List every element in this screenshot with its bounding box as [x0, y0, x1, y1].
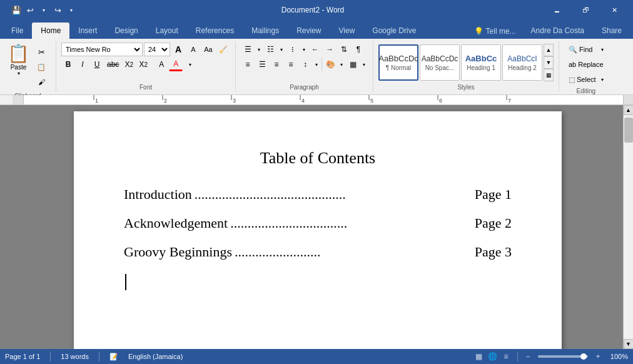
styles-scroll-down[interactable]: ▼ [544, 56, 554, 69]
numbering-dropdown[interactable]: ▾ [278, 43, 285, 56]
superscript-button[interactable]: X2 [136, 58, 150, 71]
minimize-button[interactable]: 🗕 [543, 0, 570, 20]
replace-button[interactable]: ab Replace [564, 58, 608, 71]
ribbon-tab-bar: File Home Insert Design Layout Reference… [0, 20, 633, 39]
align-left-button[interactable]: ≡ [241, 58, 255, 71]
show-paragraph-button[interactable]: ¶ [352, 43, 365, 56]
language[interactable]: English (Jamaica) [128, 353, 183, 360]
user-account[interactable]: Andre Da Costa [522, 23, 593, 39]
shading-button[interactable]: 🎨 [323, 58, 337, 71]
styles-label: Styles [378, 83, 554, 91]
undo-dropdown-button[interactable]: ▾ [38, 4, 50, 16]
toc-title-introduction: Introduction [124, 186, 192, 203]
replace-icon: ab [569, 61, 576, 68]
proofing-icon[interactable]: 📝 [109, 353, 118, 361]
tab-mailings[interactable]: Mailings [243, 23, 288, 39]
document-scroll-area[interactable]: Table of Contents Introduction .........… [13, 105, 623, 349]
bullets-dropdown[interactable]: ▾ [255, 43, 263, 56]
line-spacing-button[interactable]: ↕ [298, 58, 312, 71]
line-spacing-dropdown[interactable]: ▾ [313, 58, 320, 71]
underline-button[interactable]: U [90, 58, 104, 71]
cursor-area[interactable] [124, 273, 512, 290]
redo-button[interactable]: ↪ [51, 4, 64, 16]
style-normal[interactable]: AaBbCcDc ¶ Normal [378, 44, 418, 81]
tab-google-drive[interactable]: Google Drive [363, 23, 425, 39]
font-color-dropdown[interactable]: ▾ [183, 58, 197, 71]
justify-button[interactable]: ≡ [284, 58, 298, 71]
tab-file[interactable]: File [3, 23, 32, 39]
paragraph-group: ☰ ▾ ☷ ▾ ⫶ ▾ ← → ⇅ ¶ ≡ ☰ ≡ ≡ ↕ ▾ 🎨 ▾ [236, 41, 373, 92]
paragraph-label: Paragraph [241, 83, 368, 91]
decrease-indent-button[interactable]: ← [308, 43, 322, 56]
align-right-button[interactable]: ≡ [270, 58, 283, 71]
zoom-level[interactable]: 100% [608, 353, 628, 360]
undo-button[interactable]: ↩ [24, 4, 36, 16]
customize-qat-button[interactable]: ▾ [65, 4, 78, 16]
print-layout-btn[interactable]: ▦ [472, 351, 485, 362]
strikethrough-button[interactable]: abc [104, 58, 121, 71]
tab-insert[interactable]: Insert [69, 23, 106, 39]
tab-design[interactable]: Design [106, 23, 146, 39]
svg-text:4: 4 [301, 98, 305, 104]
borders-dropdown[interactable]: ▾ [360, 58, 368, 71]
multilevel-dropdown[interactable]: ▾ [300, 43, 308, 56]
find-button[interactable]: 🔍 Find ▾ [564, 43, 608, 56]
zoom-slider[interactable] [538, 355, 588, 358]
share-button[interactable]: Share [593, 23, 630, 39]
restore-button[interactable]: 🗗 [572, 0, 599, 20]
sort-button[interactable]: ⇅ [337, 43, 351, 56]
align-center-button[interactable]: ☰ [255, 58, 269, 71]
copy-button[interactable]: 📋 [34, 60, 48, 74]
grow-font-button[interactable]: A [171, 43, 185, 56]
shrink-font-button[interactable]: A [186, 43, 200, 56]
scroll-down-button[interactable]: ▼ [624, 339, 634, 349]
zoom-in-button[interactable]: + [593, 351, 603, 362]
status-right: ▦ 🌐 ≡ − + 100% [472, 351, 628, 362]
bold-button[interactable]: B [61, 58, 75, 71]
web-layout-btn[interactable]: 🌐 [486, 351, 499, 362]
tab-home[interactable]: Home [32, 23, 69, 39]
styles-group: AaBbCcDc ¶ Normal AaBbCcDc No Spac... Aa… [373, 41, 559, 92]
style-heading1[interactable]: AaBbCc Heading 1 [461, 44, 501, 81]
font-color-button[interactable]: A [169, 58, 183, 71]
multilevel-button[interactable]: ⫶ [286, 43, 300, 56]
style-no-spacing[interactable]: AaBbCcDc No Spac... [420, 44, 460, 81]
styles-expand[interactable]: ▦ [544, 69, 554, 81]
font-family-select[interactable]: Times New Ro [61, 43, 143, 56]
separator3 [517, 351, 518, 361]
cut-button[interactable]: ✂ [34, 45, 48, 59]
change-case-button[interactable]: Aa [201, 43, 215, 56]
bullets-button[interactable]: ☰ [241, 43, 255, 56]
tab-view[interactable]: View [330, 23, 364, 39]
clear-format-button[interactable]: 🧹 [216, 43, 230, 56]
scroll-up-button[interactable]: ▲ [624, 105, 634, 115]
ribbon: 📋 Paste ▾ ✂ 📋 🖌 Clipboard Times New Ro [0, 39, 633, 95]
tab-layout[interactable]: Layout [147, 23, 187, 39]
word-count: 13 words [61, 353, 89, 360]
font-size-select[interactable]: 24 [144, 43, 170, 56]
borders-button[interactable]: ▦ [346, 58, 360, 71]
format-painter-button[interactable]: 🖌 [34, 75, 48, 89]
tab-references[interactable]: References [187, 23, 243, 39]
zoom-out-button[interactable]: − [523, 351, 533, 362]
shading-dropdown[interactable]: ▾ [338, 58, 345, 71]
subscript-button[interactable]: X2 [122, 58, 136, 71]
text-highlight-button[interactable]: A [154, 58, 168, 71]
select-button[interactable]: ⬚ Select ▾ [564, 73, 608, 86]
tell-me-input[interactable]: 💡 Tell me... [468, 24, 522, 39]
tab-review[interactable]: Review [288, 23, 330, 39]
zoom-thumb[interactable] [580, 353, 587, 360]
outline-btn[interactable]: ≡ [500, 351, 512, 362]
paste-button[interactable]: 📋 Paste ▾ [5, 43, 32, 91]
numbering-button[interactable]: ☷ [263, 43, 277, 56]
increase-indent-button[interactable]: → [323, 43, 337, 56]
style-heading2[interactable]: AaBbCcI Heading 2 [502, 44, 542, 81]
scroll-thumb[interactable] [624, 118, 633, 143]
close-button[interactable]: ✕ [600, 0, 628, 20]
styles-scroll-up[interactable]: ▲ [544, 44, 554, 56]
italic-button[interactable]: I [76, 58, 89, 71]
svg-text:6: 6 [439, 98, 442, 104]
save-button[interactable]: 💾 [10, 4, 23, 16]
toc-entry-groovy: Groovy Beginnings ......................… [124, 244, 512, 260]
document-page[interactable]: Table of Contents Introduction .........… [74, 111, 562, 349]
